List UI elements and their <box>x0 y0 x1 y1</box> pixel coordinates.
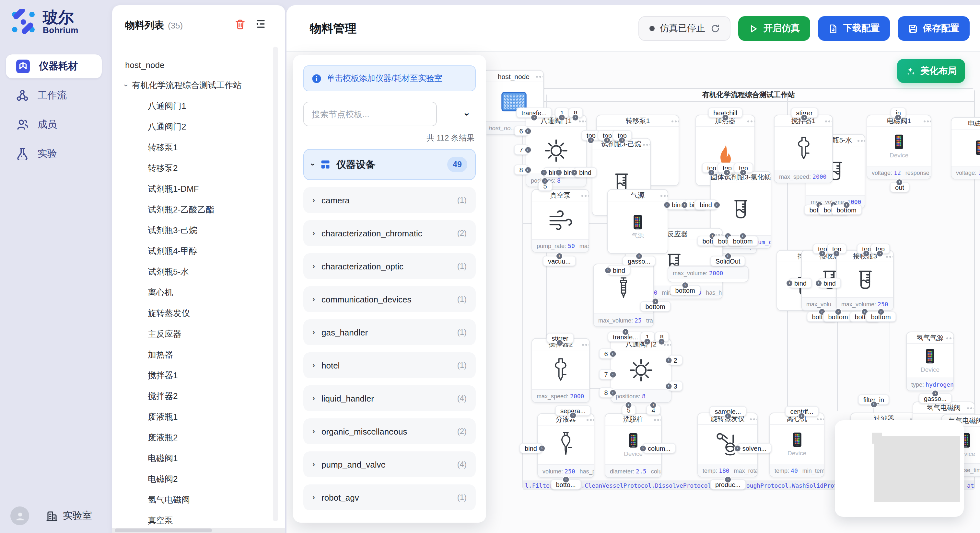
tree-scrollbar-horizontal[interactable] <box>112 528 285 533</box>
chevron-right-icon[interactable]: › <box>312 460 315 469</box>
graph-node-footer[interactable]: max_volume: 250 <box>837 297 893 310</box>
footer-value[interactable]: 12 <box>978 169 980 176</box>
syringe-icon[interactable] <box>614 275 633 303</box>
template-item-label[interactable]: organic_miscellaneous <box>321 427 407 436</box>
template-item-count[interactable]: (1) <box>457 262 467 271</box>
port-handle-icon[interactable]: › <box>652 298 658 305</box>
graph-node-footer[interactable]: volume: 250has_phases: true <box>538 464 594 477</box>
footer-value[interactable]: 8 <box>557 177 561 184</box>
template-item-label[interactable]: characterization_optic <box>321 261 404 271</box>
graph-node-title-text[interactable]: 氢气电磁阀 <box>927 403 961 412</box>
port-label[interactable]: 8› <box>514 165 528 175</box>
tree-item[interactable]: 搅拌器2 <box>112 386 285 407</box>
port-label-text[interactable]: 3 <box>673 382 677 390</box>
tree-item-label[interactable]: 八通阀门2 <box>148 121 186 133</box>
footer-pair[interactable]: response_time: 0.1 <box>905 169 931 176</box>
port-label[interactable]: out› <box>890 182 909 192</box>
save-config-button[interactable]: 保存配置 <box>898 16 970 41</box>
tree-item-label[interactable]: 废液瓶2 <box>148 432 178 444</box>
port-handle-icon[interactable]: › <box>666 383 671 389</box>
template-item-label[interactable]: liquid_handler <box>321 393 374 403</box>
graph-node-title[interactable]: 电磁阀2 <box>951 118 980 130</box>
footer-key[interactable]: transfer_rate: <box>646 317 653 324</box>
port-label[interactable]: gasso...› <box>919 393 952 403</box>
port-label-text[interactable]: 2 <box>673 357 677 364</box>
tree-item-label[interactable]: 电磁阀2 <box>148 473 178 485</box>
template-item-count[interactable]: (1) <box>457 361 467 370</box>
graph-node-body[interactable] <box>951 130 980 166</box>
port-label-text[interactable]: bind <box>525 444 537 452</box>
port-handle-icon[interactable]: › <box>556 169 562 175</box>
footer-pair[interactable]: max_volume: 2000 <box>673 270 723 276</box>
footer-value[interactable]: 50 <box>568 243 575 249</box>
footer-pair[interactable]: column_type: si <box>651 468 661 474</box>
device-icon[interactable] <box>633 214 642 230</box>
port-handle-icon[interactable]: › <box>610 371 616 377</box>
port-label[interactable]: heatchill› <box>708 108 742 118</box>
port-label[interactable]: botto...› <box>550 479 581 490</box>
port-handle-icon[interactable]: › <box>557 253 562 259</box>
port-label[interactable]: separa...› <box>555 405 591 416</box>
template-category-item[interactable]: ›hotel(1) <box>303 352 476 378</box>
port-label[interactable]: 2› <box>668 355 682 365</box>
graph-node-footer[interactable]: voltage: 12 <box>951 166 980 179</box>
footer-pair[interactable]: max_rotation_speed: <box>734 467 757 474</box>
graph-node-title-text[interactable]: 洗脱柱 <box>623 415 644 424</box>
port-label[interactable]: bottom› <box>831 205 861 215</box>
port-handle-icon[interactable]: › <box>843 202 850 208</box>
tree-group-workstation[interactable]: › 有机化学流程综合测试工作站 <box>112 75 285 96</box>
node-menu-icon[interactable] <box>967 408 969 409</box>
port-label[interactable]: 8› <box>655 332 668 342</box>
graph-node-body[interactable]: 气源 <box>608 201 668 253</box>
port-handle-icon[interactable]: › <box>570 412 576 418</box>
tree-item[interactable]: 试剂瓶5-水 <box>112 262 285 282</box>
template-category-item[interactable]: ›gas_handler(1) <box>303 319 476 345</box>
tree-scrollbar-vertical[interactable] <box>273 47 278 521</box>
tree-item-label[interactable]: 真空泵 <box>148 515 173 527</box>
footer-pair[interactable]: has_phases: true <box>580 468 594 474</box>
graph-node[interactable]: 离心机Devicetemp: 40min_temp: 4max_spe <box>769 412 824 477</box>
tree-item[interactable]: 主反应器 <box>112 324 285 344</box>
port-label[interactable]: stirrer› <box>546 333 573 343</box>
footer-key[interactable]: volume: <box>542 468 563 474</box>
valve-icon[interactable] <box>543 137 569 163</box>
port-label-text[interactable]: 7 <box>519 146 523 153</box>
tree-item[interactable]: 试剂瓶2-乙酸乙酯 <box>112 200 285 220</box>
tree-item[interactable]: 试剂瓶1-DMF <box>112 179 285 200</box>
graph-node[interactable]: 气源气源 <box>607 189 668 254</box>
template-item-count[interactable]: (2) <box>457 228 467 238</box>
device-caption[interactable]: 气源 <box>632 232 644 240</box>
graph-node-footer[interactable]: temp: 40min_temp: 4max_spe <box>770 464 824 477</box>
chevron-right-icon[interactable]: › <box>312 493 315 502</box>
graph-node-title-text[interactable]: 氢气气源 <box>916 333 944 342</box>
graph-node[interactable]: max_volume: 2000 <box>668 265 749 282</box>
beaker-icon[interactable] <box>729 197 753 222</box>
port-label[interactable]: 1› <box>555 108 569 118</box>
node-menu-icon[interactable] <box>671 121 673 122</box>
port-handle-icon[interactable]: › <box>722 115 728 121</box>
footer-key[interactable]: response_time: <box>905 169 931 176</box>
footer-key[interactable]: has_phases: <box>580 468 594 474</box>
footer-pair[interactable]: max_volume: 25 <box>598 317 642 324</box>
footer-pair[interactable]: max_vacuum: 0.1 <box>579 243 589 249</box>
template-item-count[interactable]: (1) <box>457 493 467 502</box>
footer-key[interactable]: max_volume: <box>811 198 845 205</box>
graph-node[interactable]: 真空泵pump_rate: 50max_vacuum: 0.1 <box>531 189 589 252</box>
footer-value[interactable]: 180 <box>719 467 730 474</box>
node-menu-icon[interactable] <box>654 419 656 421</box>
template-category-item[interactable]: ›robot_agv(1) <box>303 484 476 510</box>
port-label-text[interactable]: solven... <box>743 444 767 452</box>
chevron-right-icon[interactable]: › <box>312 295 315 304</box>
footer-pair[interactable]: transfer_rate: 10 <box>646 317 653 324</box>
footer-key[interactable]: max_speed: <box>537 393 568 399</box>
template-category-item[interactable]: ›organic_miscellaneous(2) <box>303 418 476 444</box>
port-handle-icon[interactable]: › <box>682 282 688 288</box>
footer-key[interactable]: max_vacuum: <box>579 243 589 249</box>
delete-button[interactable] <box>235 19 246 32</box>
footer-key[interactable]: max_volume: <box>598 317 633 324</box>
tree-item[interactable]: 试剂瓶4-甲醇 <box>112 241 285 262</box>
footer-pair[interactable]: has_heat <box>706 289 722 296</box>
graph-node[interactable]: 接收瓶3max_volume: 250 <box>836 250 894 311</box>
port-label[interactable]: top› <box>870 244 890 254</box>
footer-value[interactable]: 8 <box>642 393 646 399</box>
